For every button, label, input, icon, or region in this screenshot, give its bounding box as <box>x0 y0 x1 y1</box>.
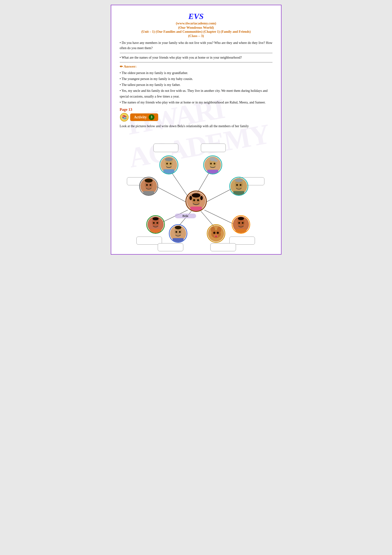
page-title: EVS <box>120 12 272 21</box>
activity-bar: 📚 Activity 3 <box>120 113 272 122</box>
svg-point-33 <box>235 179 242 182</box>
svg-point-41 <box>200 196 203 200</box>
svg-point-66 <box>242 222 243 224</box>
svg-point-31 <box>236 184 238 186</box>
family-diagram: Bela <box>123 132 270 246</box>
bela-name-label: Bela <box>175 213 196 218</box>
svg-text:📚: 📚 <box>122 115 127 120</box>
answer-header: ✏ Answer: <box>120 64 272 69</box>
svg-point-14 <box>165 158 173 161</box>
page: TIWARIACADEMY EVS (www.tiwariacademy.com… <box>111 5 281 255</box>
answer-3: • The tallest person in my family is my … <box>120 82 272 88</box>
svg-point-62 <box>215 235 217 237</box>
svg-rect-68 <box>235 229 246 233</box>
svg-point-37 <box>193 199 195 201</box>
page13-label: Page 13 <box>120 108 272 112</box>
subtitle-world: (Our Wondrous World) <box>120 26 272 30</box>
answer-4: • Yes, my uncle and his family do not li… <box>120 88 272 99</box>
bottom-center-left-circle <box>169 224 187 243</box>
activity-number: 3 <box>149 114 154 120</box>
speech-box-grandmother-top[interactable] <box>201 144 226 152</box>
bottom-right-circle <box>232 215 250 234</box>
pencil-icon: ✏ <box>120 64 123 69</box>
svg-rect-22 <box>207 170 218 174</box>
answer-5: • The names of my friends who play with … <box>120 100 272 105</box>
svg-point-60 <box>216 232 219 234</box>
left-parent-circle <box>139 177 158 196</box>
speech-box-bottom-center-right[interactable] <box>210 243 236 251</box>
svg-point-26 <box>150 184 151 186</box>
speech-box-grandfather-top[interactable] <box>153 144 178 152</box>
subtitle-unit: (Unit – 1) (Our Families and Communities… <box>120 30 272 34</box>
svg-point-27 <box>145 179 152 183</box>
divider-2 <box>120 62 272 62</box>
svg-point-21 <box>214 159 218 162</box>
content: EVS (www.tiwariacademy.com) (Our Wondrou… <box>120 12 272 246</box>
svg-point-40 <box>189 196 192 200</box>
grandfather-circle <box>159 155 178 174</box>
svg-point-47 <box>152 217 159 220</box>
svg-point-39 <box>192 193 200 197</box>
subtitle-website: (www.tiwariacademy.com) <box>120 21 272 25</box>
svg-point-19 <box>214 163 215 164</box>
svg-point-65 <box>238 222 240 224</box>
svg-point-52 <box>179 231 180 233</box>
svg-point-32 <box>240 184 241 186</box>
svg-point-13 <box>170 163 171 164</box>
svg-rect-15 <box>163 169 174 174</box>
grandmother-circle <box>203 155 222 174</box>
speech-box-bottom-left[interactable] <box>136 237 162 245</box>
answer-2: • The youngest person in my family is my… <box>120 76 272 82</box>
svg-rect-54 <box>172 238 183 242</box>
svg-point-51 <box>175 231 177 233</box>
svg-point-45 <box>153 222 154 224</box>
bottom-left-circle <box>146 215 165 234</box>
svg-point-38 <box>197 199 199 201</box>
question-2: • What are the names of your friends who… <box>120 55 272 60</box>
question-1: • Do you have any members in your family… <box>120 40 272 51</box>
bela-circle <box>185 190 207 212</box>
activity-description: Look at the pictures below and write dow… <box>120 124 272 129</box>
svg-point-67 <box>238 217 244 220</box>
svg-point-53 <box>175 226 181 229</box>
activity-icon: 📚 <box>120 113 129 122</box>
svg-point-25 <box>146 184 148 186</box>
svg-point-46 <box>156 222 158 224</box>
svg-rect-28 <box>143 191 154 195</box>
svg-line-9 <box>204 210 234 224</box>
right-parent-circle <box>229 177 248 196</box>
activity-pill: Activity 3 <box>130 113 158 121</box>
svg-point-18 <box>210 163 212 164</box>
svg-point-12 <box>166 163 168 164</box>
svg-line-4 <box>156 186 185 202</box>
svg-point-59 <box>213 232 215 234</box>
svg-rect-42 <box>190 207 202 211</box>
answers: • The oldest person in my family is my g… <box>120 70 272 105</box>
answer-1: • The oldest person in my family is my g… <box>120 70 272 76</box>
svg-rect-48 <box>150 229 161 233</box>
svg-rect-34 <box>233 191 244 195</box>
speech-box-bottom-center-left[interactable] <box>158 243 183 251</box>
subtitle-class: (Class – 3) <box>120 34 272 38</box>
bottom-center-right-circle <box>207 224 225 243</box>
divider-1 <box>120 53 272 53</box>
